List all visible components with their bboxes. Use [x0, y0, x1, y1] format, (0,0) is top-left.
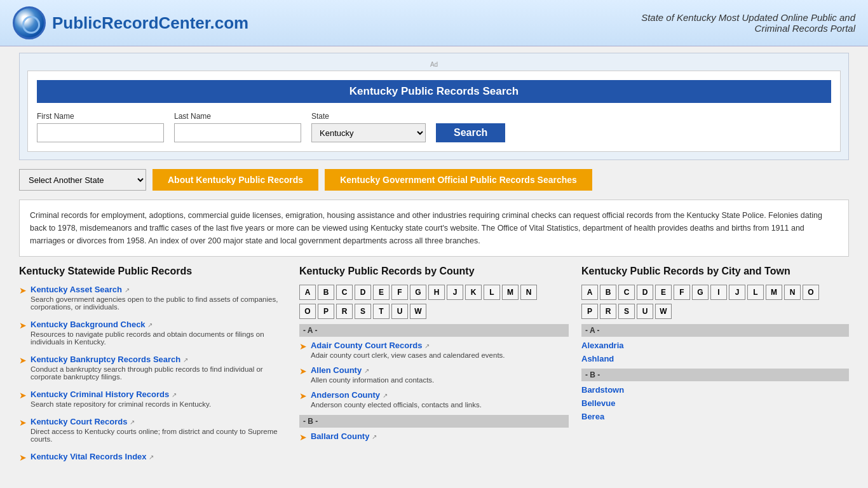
lastname-label: Last Name — [174, 112, 301, 121]
city-letter-btn[interactable]: J — [729, 285, 745, 300]
record-link-background[interactable]: Kentucky Background Check — [31, 320, 146, 329]
county-letter-btn[interactable]: F — [391, 285, 408, 300]
county-link-adair[interactable]: Adair County Court Records — [311, 341, 423, 350]
county-letter-btn[interactable]: W — [410, 304, 426, 319]
county-letter-btn[interactable]: T — [373, 304, 390, 319]
county-letter-btn[interactable]: N — [520, 285, 537, 300]
city-link-alexandria[interactable]: Alexandria — [581, 341, 849, 350]
county-section-b: - B - — [299, 415, 569, 428]
list-item: ➤ Kentucky Bankruptcy Records Search ↗ C… — [19, 355, 280, 381]
city-letter-grid-row1: ABCDEFGIJLMNO — [581, 285, 849, 300]
state-select-nav[interactable]: Select Another State — [19, 169, 146, 191]
city-letter-btn[interactable]: G — [692, 285, 709, 300]
county-letter-btn[interactable]: U — [391, 304, 408, 319]
gov-button[interactable]: Kentucky Government Official Public Reco… — [325, 169, 592, 191]
firstname-input[interactable] — [37, 123, 164, 142]
right-col: Kentucky Public Records by City and Town… — [575, 266, 849, 471]
record-link-asset-desc: Search government agencies open to the p… — [31, 295, 280, 311]
arrow-icon: ➤ — [299, 341, 307, 359]
arrow-icon: ➤ — [19, 390, 27, 408]
list-item: ➤ Ballard County ↗ — [299, 431, 569, 442]
city-link-bellevue[interactable]: Bellevue — [581, 398, 849, 408]
county-letter-btn[interactable]: K — [465, 285, 482, 300]
firstname-field: First Name — [37, 112, 164, 142]
record-link-court-desc: Direct access to Kentucky courts online;… — [31, 428, 280, 443]
county-letter-btn[interactable]: M — [502, 285, 519, 300]
state-label: State — [311, 112, 426, 121]
nav-bar: Select Another State About Kentucky Publ… — [19, 169, 849, 191]
mid-col-heading: Kentucky Public Records by County — [299, 266, 569, 277]
description: Criminal records for employment, adoptio… — [19, 200, 849, 257]
city-link-berea[interactable]: Berea — [581, 412, 849, 421]
right-col-heading: Kentucky Public Records by City and Town — [581, 266, 849, 277]
county-letter-btn[interactable]: A — [299, 285, 316, 300]
list-item: ➤ Kentucky Asset Search ↗ Search governm… — [19, 285, 280, 311]
city-letter-btn[interactable]: W — [655, 304, 672, 319]
arrow-icon: ➤ — [299, 432, 307, 442]
search-box: Kentucky Public Records Search First Nam… — [27, 71, 841, 152]
arrow-icon: ➤ — [19, 452, 27, 463]
header-tagline: State of Kentucky Most Updated Online Pu… — [641, 12, 855, 34]
county-letter-btn[interactable]: B — [318, 285, 334, 300]
city-letter-btn[interactable]: O — [803, 285, 819, 300]
state-field: State Kentucky Alabama Alaska — [311, 112, 426, 142]
county-desc-adair: Adair county court clerk, view cases and… — [311, 351, 569, 359]
record-link-vital[interactable]: Kentucky Vital Records Index — [31, 452, 147, 461]
city-letter-btn[interactable]: C — [618, 285, 635, 300]
ad-section: Ad Kentucky Public Records Search First … — [19, 53, 849, 160]
left-col: Kentucky Statewide Public Records ➤ Kent… — [19, 266, 293, 471]
county-letter-btn[interactable]: H — [428, 285, 445, 300]
city-section-b: - B - — [581, 369, 849, 381]
county-link-anderson[interactable]: Anderson County — [311, 390, 380, 400]
city-letter-btn[interactable]: I — [710, 285, 727, 300]
main-content: Kentucky Statewide Public Records ➤ Kent… — [19, 266, 849, 471]
list-item: ➤ Kentucky Court Records ↗ Direct access… — [19, 417, 280, 443]
county-letter-btn[interactable]: C — [336, 285, 353, 300]
city-letter-btn[interactable]: P — [581, 304, 598, 319]
county-link-allen[interactable]: Allen County — [311, 365, 362, 375]
city-link-ashland[interactable]: Ashland — [581, 354, 849, 363]
county-letter-btn[interactable]: R — [336, 304, 353, 319]
state-select[interactable]: Kentucky Alabama Alaska — [311, 123, 426, 142]
city-letter-btn[interactable]: R — [600, 304, 616, 319]
list-item: ➤ Adair County Court Records ↗ Adair cou… — [299, 341, 569, 359]
county-letter-btn[interactable]: S — [355, 304, 371, 319]
county-letter-btn[interactable]: G — [410, 285, 426, 300]
city-letter-btn[interactable]: N — [784, 285, 801, 300]
county-letter-btn[interactable]: D — [355, 285, 371, 300]
city-letter-btn[interactable]: E — [655, 285, 672, 300]
city-letter-btn[interactable]: A — [581, 285, 598, 300]
city-letter-btn[interactable]: S — [618, 304, 635, 319]
city-letter-btn[interactable]: L — [747, 285, 764, 300]
county-link-ballard[interactable]: Ballard County — [311, 431, 369, 441]
city-letter-btn[interactable]: D — [637, 285, 653, 300]
county-letter-btn[interactable]: P — [318, 304, 334, 319]
ad-label: Ad — [27, 61, 841, 68]
city-letter-btn[interactable]: M — [766, 285, 782, 300]
lastname-input[interactable] — [174, 123, 301, 142]
record-link-bankruptcy[interactable]: Kentucky Bankruptcy Records Search — [31, 355, 180, 364]
city-link-bardstown[interactable]: Bardstown — [581, 385, 849, 395]
list-item: ➤ Anderson County ↗ Anderson county elec… — [299, 390, 569, 409]
county-desc-allen: Allen county information and contacts. — [311, 376, 569, 384]
city-letter-btn[interactable]: U — [637, 304, 653, 319]
arrow-icon: ➤ — [19, 417, 27, 443]
city-letter-btn[interactable]: F — [674, 285, 690, 300]
search-button[interactable]: Search — [436, 123, 505, 142]
record-link-asset[interactable]: Kentucky Asset Search — [31, 285, 122, 294]
record-link-criminal[interactable]: Kentucky Criminal History Records — [31, 390, 169, 399]
firstname-label: First Name — [37, 112, 164, 121]
county-letter-btn[interactable]: O — [299, 304, 316, 319]
about-button[interactable]: About Kentucky Public Records — [153, 169, 318, 191]
arrow-icon: ➤ — [19, 285, 27, 311]
site-title[interactable]: PublicRecordCenter.com — [52, 13, 248, 33]
city-letter-btn[interactable]: B — [600, 285, 616, 300]
list-item: ➤ Kentucky Vital Records Index ↗ — [19, 452, 280, 463]
record-link-bankruptcy-desc: Conduct a bankruptcy search through publ… — [31, 365, 280, 381]
county-letter-btn[interactable]: E — [373, 285, 390, 300]
left-col-heading: Kentucky Statewide Public Records — [19, 266, 280, 277]
city-letter-grid-row2: PRSUW — [581, 304, 849, 319]
county-letter-btn[interactable]: L — [484, 285, 500, 300]
county-letter-btn[interactable]: J — [447, 285, 463, 300]
record-link-court[interactable]: Kentucky Court Records — [31, 417, 127, 426]
